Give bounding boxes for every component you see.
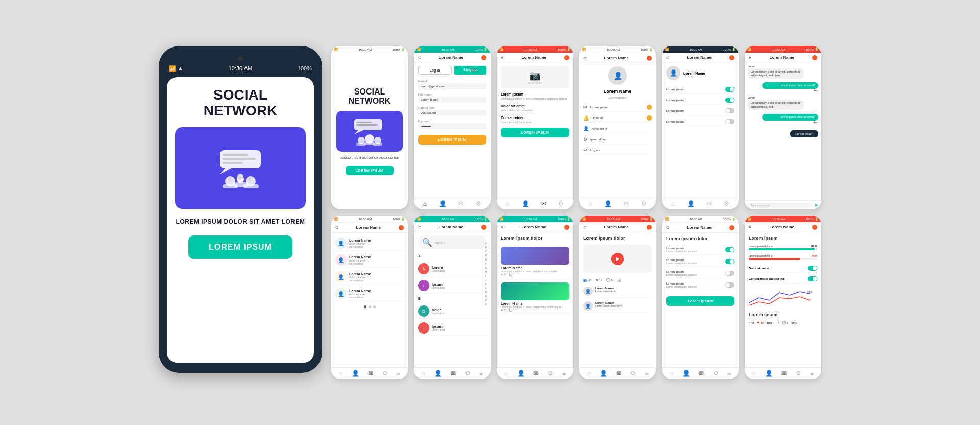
email-input[interactable]: lorem@gmail.com [418, 83, 486, 89]
back-icon[interactable]: « [335, 225, 338, 230]
people-icon[interactable]: 👤 [604, 200, 612, 207]
splash-cta[interactable]: LOREM IPSUM [346, 166, 394, 175]
contact-item-1[interactable]: 👤 Lorem Name dolor set amet consectetuer [335, 236, 404, 251]
comment-icon[interactable]: 💬 5 [509, 309, 514, 312]
search-item-3[interactable]: D Dolor Lorem dolor [418, 304, 486, 319]
menu-icon[interactable]: ≡ [562, 370, 566, 377]
menu-item-1[interactable]: ✉ Lorem ipsum 1 [583, 103, 652, 112]
fullname-input[interactable]: Lorem Ipsum [418, 97, 486, 103]
people-icon[interactable]: 👤 [682, 370, 690, 377]
mail-icon[interactable]: ✉ [541, 200, 546, 207]
back-icon[interactable]: « [501, 55, 504, 60]
comment-icon[interactable]: 💬 3 [509, 273, 514, 276]
settings-icon[interactable]: ⚙ [724, 200, 729, 207]
settings-icon[interactable]: ⚙ [382, 370, 388, 377]
mail-icon[interactable]: ✉ [706, 200, 712, 207]
toggle-3[interactable] [725, 108, 734, 113]
settings-icon[interactable]: ⚙ [558, 200, 564, 207]
home-icon[interactable]: ⌂ [339, 370, 342, 377]
menu-item-4[interactable]: ⚙ Ipsum dolor [583, 135, 652, 144]
mail-icon[interactable]: ✉ [616, 370, 621, 377]
contact-item-2[interactable]: 👤 Lorem Name dolor set amet consectetuer [335, 253, 404, 268]
back-icon[interactable]: « [666, 55, 669, 60]
home-icon[interactable]: ⌂ [422, 370, 425, 377]
back-icon[interactable]: « [583, 224, 586, 230]
settings-icon[interactable]: ⚙ [465, 370, 471, 377]
login-tab[interactable]: Log in [418, 66, 452, 75]
home-icon[interactable]: ⌂ [504, 370, 508, 377]
back-icon[interactable]: « [666, 225, 669, 230]
home-icon[interactable]: ⌂ [670, 370, 673, 377]
menu-icon[interactable]: ≡ [479, 370, 483, 377]
people-icon[interactable]: 👤 [687, 200, 695, 207]
mail-icon[interactable]: ✉ [699, 370, 704, 377]
settings-icon[interactable]: ⚙ [548, 370, 553, 377]
home-icon[interactable]: ⌂ [423, 200, 427, 207]
menu-icon[interactable]: ≡ [397, 370, 400, 377]
back-icon[interactable]: « [749, 55, 752, 60]
search-bar[interactable]: 🔍 Search... [418, 235, 486, 249]
people-icon[interactable]: 👤 [517, 370, 525, 377]
people-icon[interactable]: 👤 [522, 200, 529, 207]
big-phone-cta[interactable]: LOREM IPSUM [188, 235, 292, 259]
chat-cta[interactable]: Lorem ipsum [790, 130, 818, 137]
people-icon[interactable]: 👤 [434, 370, 442, 377]
home-icon[interactable]: ⌂ [506, 200, 509, 207]
mail-icon[interactable]: ✉ [533, 370, 538, 377]
like-icon[interactable]: ❤ 25 [501, 309, 506, 312]
search-item-1[interactable]: A Lorem Lorem dolor [418, 262, 486, 276]
contact-item-3[interactable]: 👤 Lorem Name dolor set amet consectetuer [335, 270, 404, 285]
settings-icon[interactable]: ⚙ [713, 370, 719, 377]
toggle-s3[interactable] [725, 271, 734, 276]
dob-input[interactable]: 00/00/0000 [418, 110, 486, 116]
search-item-4[interactable]: L Ipsum Lorem dolor [418, 321, 486, 336]
password-input[interactable]: •••••••••• [418, 123, 486, 129]
people-icon[interactable]: 👤 [352, 370, 359, 377]
search-item-2[interactable]: I Ipsum Lorem dolor [418, 278, 486, 293]
settings2-cta[interactable]: Lorem ipsum [666, 296, 734, 306]
play-button[interactable]: ▶ [611, 253, 624, 265]
menu-item-3[interactable]: 👤 Amet lorem [583, 125, 652, 133]
people-icon[interactable]: 👤 [765, 370, 773, 377]
back-icon[interactable]: « [749, 224, 752, 230]
mail-icon[interactable]: ✉ [368, 370, 373, 377]
menu-item-2[interactable]: 🔔 Dolor sit 1 [583, 114, 652, 123]
toggle-1[interactable] [725, 87, 734, 92]
home-icon[interactable]: ⌂ [587, 370, 591, 377]
mail-icon[interactable]: ✉ [451, 370, 456, 377]
back-icon[interactable]: « [418, 55, 421, 60]
toggle-4[interactable] [725, 119, 734, 124]
people-icon[interactable]: 👤 [439, 200, 447, 207]
menu-icon[interactable]: ≡ [810, 370, 814, 377]
home-icon[interactable]: ⌂ [589, 200, 592, 207]
profile-edit-cta[interactable]: LOREM IPSUM [501, 128, 569, 137]
settings-icon[interactable]: ⚙ [641, 200, 647, 207]
settings-icon[interactable]: ⚙ [796, 370, 801, 377]
toggle-s1[interactable] [725, 247, 734, 252]
menu-item-logout[interactable]: ↩ Log out [583, 146, 652, 155]
mail-icon[interactable]: ✉ [458, 200, 463, 207]
mail-icon[interactable]: ✉ [781, 370, 787, 377]
back-icon[interactable]: « [418, 224, 421, 230]
toggle-stats1[interactable] [808, 266, 817, 271]
home-icon[interactable]: ⌂ [752, 370, 756, 377]
login-cta[interactable]: LOREM IPSUM [418, 135, 486, 145]
menu-icon[interactable]: ≡ [645, 370, 648, 377]
like-icon[interactable]: ❤ 14 [501, 273, 506, 276]
video-player[interactable]: ▶ [583, 245, 652, 273]
settings-icon[interactable]: ⚙ [630, 370, 636, 377]
toggle-stats2[interactable] [808, 276, 817, 281]
chat-input[interactable]: Type a message ... [748, 203, 812, 208]
toggle-s4[interactable] [725, 282, 734, 288]
mail-icon[interactable]: ✉ [624, 200, 629, 207]
send-icon[interactable]: ➤ [814, 202, 818, 208]
toggle-2[interactable] [725, 98, 734, 103]
people-icon[interactable]: 👤 [600, 370, 607, 377]
menu-icon[interactable]: ≡ [727, 370, 731, 377]
settings-icon[interactable]: ⚙ [476, 200, 481, 207]
signup-tab[interactable]: Sing up [454, 66, 486, 75]
back-icon[interactable]: « [501, 224, 504, 230]
home-icon[interactable]: ⌂ [671, 200, 675, 207]
toggle-s2[interactable] [725, 259, 734, 264]
back-icon[interactable]: « [583, 55, 586, 61]
